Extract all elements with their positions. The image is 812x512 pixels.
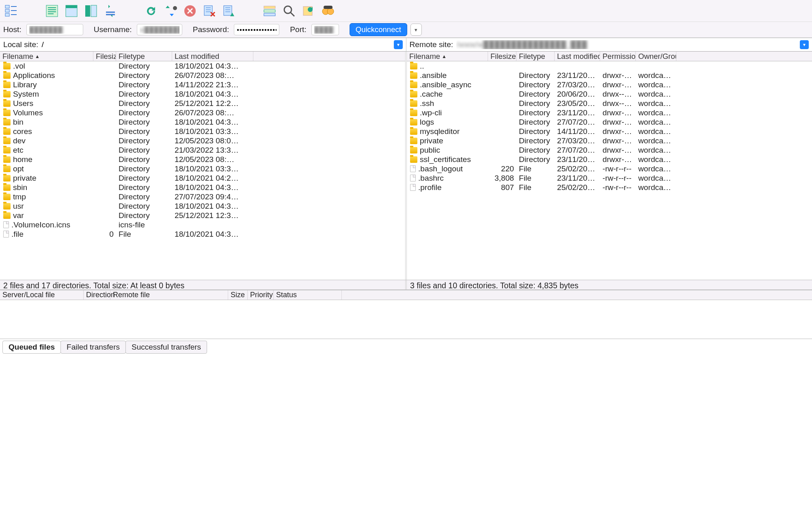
list-item[interactable]: tmpDirectory27/07/2023 09:4…: [0, 192, 405, 201]
quickconnect-bar: Host: Username: Password: Port: Quickcon…: [0, 22, 812, 38]
folder-icon: [3, 212, 11, 219]
svg-point-15: [284, 6, 292, 13]
local-file-list[interactable]: .volDirectory18/10/2021 04:3…Application…: [0, 61, 405, 280]
password-input[interactable]: [234, 24, 279, 35]
list-item[interactable]: .sshDirectory23/05/2023 1…drwx------word…: [407, 99, 812, 108]
remote-site-dropdown[interactable]: [800, 40, 809, 49]
local-site-label: Local site:: [3, 40, 38, 49]
remote-col-filesize[interactable]: Filesize: [488, 52, 516, 61]
list-item[interactable]: mysqleditorDirectory14/11/2022 1…drwxr-x…: [407, 127, 812, 136]
search-icon[interactable]: [281, 3, 297, 19]
host-input[interactable]: [26, 24, 83, 35]
filter-icon[interactable]: [261, 3, 278, 19]
queue-col-remote[interactable]: Remote file: [110, 290, 228, 300]
list-item[interactable]: .volDirectory18/10/2021 04:3…: [0, 61, 405, 71]
sort-asc-icon: ▲: [35, 54, 40, 59]
folder-icon: [3, 175, 11, 181]
toggle-queue-icon[interactable]: [102, 3, 119, 19]
list-item[interactable]: usrDirectory18/10/2021 04:3…: [0, 201, 405, 211]
compare-icon[interactable]: [300, 3, 317, 19]
list-item[interactable]: ApplicationsDirectory26/07/2023 08:…: [0, 71, 405, 80]
queue-col-priority[interactable]: Priority: [248, 290, 274, 300]
queue-col-status[interactable]: Status: [274, 290, 342, 300]
file-icon: [410, 175, 416, 181]
list-item[interactable]: .cacheDirectory20/06/2022 1…drwx------wo…: [407, 89, 812, 99]
tab-successful-transfers[interactable]: Successful transfers: [125, 341, 207, 354]
remote-site-path[interactable]: [456, 39, 797, 50]
remote-status: 3 files and 10 directories. Total size: …: [405, 280, 812, 289]
list-item[interactable]: optDirectory18/10/2021 03:3…: [0, 164, 405, 173]
remote-file-list[interactable]: ...ansibleDirectory23/11/2020 1…drwxr-xr…: [407, 61, 812, 280]
svg-rect-6: [85, 5, 90, 17]
sync-browse-icon[interactable]: [320, 3, 336, 19]
remote-pane: Filename▲ Filesize Filetype Last modifie…: [405, 52, 812, 280]
tab-queued-files[interactable]: Queued files: [2, 341, 61, 354]
username-input[interactable]: [137, 24, 182, 35]
cancel-icon[interactable]: [182, 3, 198, 19]
remote-col-modified[interactable]: Last modified: [555, 52, 600, 61]
site-manager-icon[interactable]: [3, 3, 19, 19]
list-item[interactable]: coresDirectory18/10/2021 03:3…: [0, 127, 405, 136]
disconnect-icon[interactable]: [201, 3, 218, 19]
queue-col-server[interactable]: Server/Local file: [0, 290, 84, 300]
svg-point-18: [327, 8, 334, 15]
folder-icon: [3, 119, 11, 125]
list-item[interactable]: ssl_certificatesDirectory23/11/2020 1…dr…: [407, 155, 812, 164]
remote-col-permissions[interactable]: Permissions: [600, 52, 636, 61]
local-site-dropdown[interactable]: [394, 40, 403, 49]
svg-rect-5: [66, 5, 77, 8]
reconnect-icon[interactable]: [221, 3, 237, 19]
folder-icon: [3, 138, 11, 144]
list-item[interactable]: SystemDirectory18/10/2021 04:3…: [0, 89, 405, 99]
local-col-filesize[interactable]: Filesize: [93, 52, 116, 61]
list-item[interactable]: .file0File18/10/2021 04:3…: [0, 229, 405, 239]
list-item[interactable]: homeDirectory12/05/2023 08:…: [0, 155, 405, 164]
list-item[interactable]: etcDirectory21/03/2022 13:3…: [0, 145, 405, 155]
list-item[interactable]: privateDirectory27/03/2023 2…drwxr-xr-xw…: [407, 136, 812, 145]
list-item[interactable]: UsersDirectory25/12/2021 12:2…: [0, 99, 405, 108]
list-item[interactable]: LibraryDirectory14/11/2022 21:3…: [0, 80, 405, 89]
tab-failed-transfers[interactable]: Failed transfers: [60, 341, 126, 354]
queue-col-direction[interactable]: Direction: [84, 290, 110, 300]
list-item[interactable]: .ansible_asyncDirectory27/03/2023 2…drwx…: [407, 80, 812, 89]
toggle-log-icon[interactable]: [44, 3, 60, 19]
port-input[interactable]: [311, 24, 339, 35]
list-item[interactable]: .bashrc3,808File23/11/2020 1…-rw-r--r--w…: [407, 173, 812, 183]
local-col-modified[interactable]: Last modified: [172, 52, 253, 61]
remote-col-owner[interactable]: Owner/Group: [636, 52, 676, 61]
list-item[interactable]: sbinDirectory18/10/2021 04:3…: [0, 183, 405, 192]
list-item[interactable]: VolumesDirectory26/07/2023 08:…: [0, 108, 405, 117]
queue-col-size[interactable]: Size: [228, 290, 248, 300]
file-icon: [410, 184, 416, 191]
remote-col-filetype[interactable]: Filetype: [516, 52, 555, 61]
file-panes: Filename▲ Filesize Filetype Last modifie…: [0, 52, 812, 280]
remote-col-filename[interactable]: Filename▲: [407, 52, 488, 61]
folder-icon: [3, 82, 11, 88]
local-col-filename[interactable]: Filename▲: [0, 52, 93, 61]
list-item[interactable]: .VolumeIcon.icnsicns-file: [0, 220, 405, 229]
username-label: Username:: [94, 25, 132, 34]
list-item[interactable]: binDirectory18/10/2021 04:3…: [0, 117, 405, 127]
local-status: 2 files and 17 directories. Total size: …: [0, 280, 405, 289]
list-item[interactable]: varDirectory25/12/2021 12:3…: [0, 211, 405, 220]
process-queue-icon[interactable]: [162, 3, 179, 19]
quickconnect-button[interactable]: Quickconnect: [350, 23, 407, 36]
list-item[interactable]: .bash_logout220File25/02/2020 1…-rw-r--r…: [407, 164, 812, 173]
list-item[interactable]: devDirectory12/05/2023 08:0…: [0, 136, 405, 145]
list-item[interactable]: publicDirectory27/07/2023 0…drwxr-xr-xwo…: [407, 145, 812, 155]
toggle-remote-tree-icon[interactable]: [83, 3, 99, 19]
list-item[interactable]: logsDirectory27/07/2023 0…drwxr-xr-xword…: [407, 117, 812, 127]
site-bars: Local site: Remote site:: [0, 38, 812, 52]
local-site-path[interactable]: [41, 39, 390, 50]
refresh-icon[interactable]: [143, 3, 159, 19]
list-item[interactable]: .profile807File25/02/2020 1…-rw-r--r--wo…: [407, 183, 812, 192]
svg-point-8: [173, 6, 177, 10]
queue-body[interactable]: [0, 300, 812, 339]
list-item[interactable]: privateDirectory18/10/2021 04:2…: [0, 173, 405, 183]
quickconnect-history-dropdown[interactable]: [410, 24, 422, 36]
list-item[interactable]: .ansibleDirectory23/11/2020 1…drwxr-xr-x…: [407, 71, 812, 80]
list-item[interactable]: ..: [407, 61, 812, 71]
list-item[interactable]: .wp-cliDirectory23/11/2020 1…drwxr-xr-xw…: [407, 108, 812, 117]
local-col-filetype[interactable]: Filetype: [116, 52, 172, 61]
toggle-local-tree-icon[interactable]: [63, 3, 80, 19]
